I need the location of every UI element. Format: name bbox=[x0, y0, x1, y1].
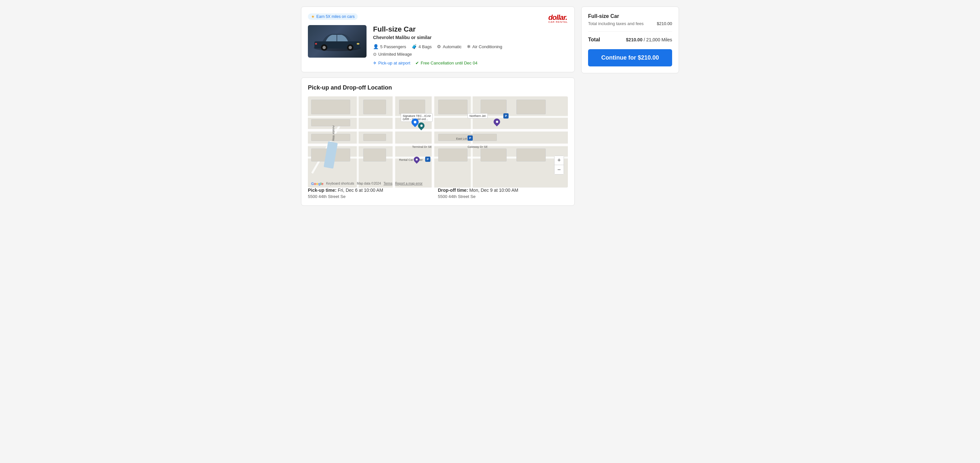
block14 bbox=[480, 149, 507, 162]
transmission-icon: ⚙ bbox=[437, 44, 441, 49]
map-controls: + − bbox=[554, 155, 564, 174]
car-image-container bbox=[308, 25, 366, 58]
transmission-label: Automatic bbox=[443, 44, 461, 49]
summary-total-row: Total $210.00 / 21,000 Miles bbox=[588, 35, 672, 43]
car-details: Full-size Car Chevrolet Malibu or simila… bbox=[373, 25, 568, 65]
parking-rental: P bbox=[425, 157, 430, 162]
ac-label: Air Conditioning bbox=[473, 44, 503, 49]
continue-button[interactable]: Continue for $210.00 bbox=[588, 49, 672, 67]
total-price: $210.00 bbox=[626, 37, 643, 42]
northern-jet-label: Northern Jet bbox=[468, 113, 488, 119]
svg-rect-7 bbox=[315, 43, 317, 44]
location-details: Pick-up time: Fri, Dec 6 at 10:00 AM 550… bbox=[308, 187, 568, 199]
block7 bbox=[311, 119, 350, 126]
parking-east-lot: P bbox=[468, 135, 473, 141]
block9 bbox=[363, 134, 386, 141]
zoom-out-button[interactable]: − bbox=[555, 165, 564, 174]
aviator-way-label: Aviator Way bbox=[332, 125, 335, 141]
map-footer: Google Keyboard shortcuts Map data ©2024… bbox=[311, 182, 423, 186]
dropoff-time-label: Drop-off time: bbox=[438, 187, 468, 193]
block2 bbox=[363, 100, 386, 114]
road-v3 bbox=[357, 97, 359, 187]
dropoff-address: 5500 44th Street Se bbox=[438, 194, 568, 199]
dropoff-time-value: Mon, Dec 9 at 10:00 AM bbox=[469, 187, 518, 193]
block6 bbox=[516, 100, 546, 114]
earn-badge-text: Earn 5X miles on cars bbox=[317, 14, 355, 19]
brand-logo: dollar. CAR RENTAL bbox=[548, 13, 568, 24]
pickup-airport[interactable]: ✈ Pick-up at airport bbox=[373, 60, 410, 65]
google-logo: Google bbox=[311, 182, 323, 186]
map-card: Pick-up and Drop-off Location bbox=[301, 78, 575, 206]
sidebar: Full-size Car Total including taxes and … bbox=[581, 6, 679, 206]
svg-point-3 bbox=[323, 46, 326, 49]
summary-subtitle: Total including taxes and fees $210.00 bbox=[588, 21, 672, 26]
feature-bags: 🧳 4 Bags bbox=[412, 44, 432, 49]
total-label: Total bbox=[588, 37, 600, 43]
earn-badge: ★ Earn 5X miles on cars bbox=[308, 13, 358, 20]
total-divider: / bbox=[644, 37, 646, 42]
dropoff-col: Drop-off time: Mon, Dec 9 at 10:00 AM 55… bbox=[438, 187, 568, 199]
pickup-row: ✈ Pick-up at airport ✔ Free Cancellation… bbox=[373, 60, 568, 65]
northern-jet-marker bbox=[493, 119, 500, 125]
mileage-row: ⊙ Unlimited Mileage bbox=[373, 52, 568, 57]
road-h2 bbox=[308, 144, 568, 146]
road-h1 bbox=[308, 129, 568, 132]
mileage-icon: ⊙ bbox=[373, 52, 377, 57]
gateway-dr-label: Gateway Dr SE bbox=[468, 145, 488, 149]
feature-ac: ❄ Air Conditioning bbox=[467, 44, 503, 49]
summary-price-detail: $210.00 bbox=[657, 21, 672, 26]
passengers-icon: 👤 bbox=[373, 44, 379, 49]
block5 bbox=[480, 100, 507, 114]
terms-link[interactable]: Terms bbox=[383, 182, 392, 186]
block4 bbox=[438, 100, 468, 114]
block3 bbox=[399, 100, 425, 114]
bags-label: 4 Bags bbox=[418, 44, 432, 49]
pickup-airport-label: Pick-up at airport bbox=[378, 60, 410, 65]
road-h3 bbox=[308, 116, 568, 118]
brand-sub: CAR RENTAL bbox=[548, 21, 568, 24]
block13 bbox=[438, 149, 468, 162]
check-circle-icon: ✔ bbox=[415, 60, 419, 65]
terminal-dr-label: Terminal Dr SE bbox=[412, 145, 432, 149]
summary-card: Full-size Car Total including taxes and … bbox=[581, 6, 679, 73]
map-area[interactable]: Terminal Dr SE Gateway Dr SE Aviator Way… bbox=[308, 97, 568, 187]
free-cancellation[interactable]: ✔ Free Cancellation until Dec 04 bbox=[415, 60, 477, 65]
rental-car-marker bbox=[414, 157, 420, 162]
pickup-time: Pick-up time: Fri, Dec 6 at 10:00 AM bbox=[308, 187, 438, 193]
star-icon: ★ bbox=[311, 14, 315, 19]
zoom-in-button[interactable]: + bbox=[555, 156, 564, 165]
map-section-title: Pick-up and Drop-off Location bbox=[308, 84, 568, 91]
svg-point-5 bbox=[348, 46, 352, 49]
east-lot-label: East Lot bbox=[456, 137, 467, 140]
road-v1 bbox=[393, 97, 395, 187]
secondary-marker bbox=[418, 122, 425, 129]
bags-icon: 🧳 bbox=[412, 44, 417, 49]
ac-icon: ❄ bbox=[467, 44, 471, 49]
road-v4 bbox=[471, 97, 473, 187]
report-link[interactable]: Report a map error bbox=[395, 182, 422, 186]
car-features: 👤 5 Passengers 🧳 4 Bags ⚙ Automatic bbox=[373, 44, 568, 49]
keyboard-shortcuts: Keyboard shortcuts bbox=[326, 182, 354, 186]
map-data: Map data ©2024 bbox=[357, 182, 381, 186]
car-image bbox=[308, 25, 366, 58]
block15 bbox=[516, 149, 546, 162]
mileage-label: Unlimited Mileage bbox=[378, 52, 412, 57]
svg-rect-6 bbox=[357, 43, 360, 44]
car-silhouette bbox=[311, 30, 363, 53]
pickup-time-value: Fri, Dec 6 at 10:00 AM bbox=[338, 187, 383, 193]
summary-title: Full-size Car bbox=[588, 13, 672, 19]
block8 bbox=[311, 134, 350, 141]
pickup-address: 5500 44th Street Se bbox=[308, 194, 438, 199]
plane-icon: ✈ bbox=[373, 60, 377, 65]
summary-divider bbox=[588, 31, 672, 32]
primary-marker bbox=[412, 119, 418, 126]
road-v2 bbox=[432, 97, 434, 187]
total-value: $210.00 / 21,000 Miles bbox=[626, 37, 672, 42]
pickup-col: Pick-up time: Fri, Dec 6 at 10:00 AM 550… bbox=[308, 187, 438, 199]
block1 bbox=[311, 100, 350, 114]
summary-subtitle-text: Total including taxes and fees bbox=[588, 21, 644, 26]
passengers-label: 5 Passengers bbox=[380, 44, 406, 49]
block12 bbox=[363, 149, 386, 162]
total-miles: 21,000 Miles bbox=[646, 37, 672, 42]
feature-transmission: ⚙ Automatic bbox=[437, 44, 461, 49]
